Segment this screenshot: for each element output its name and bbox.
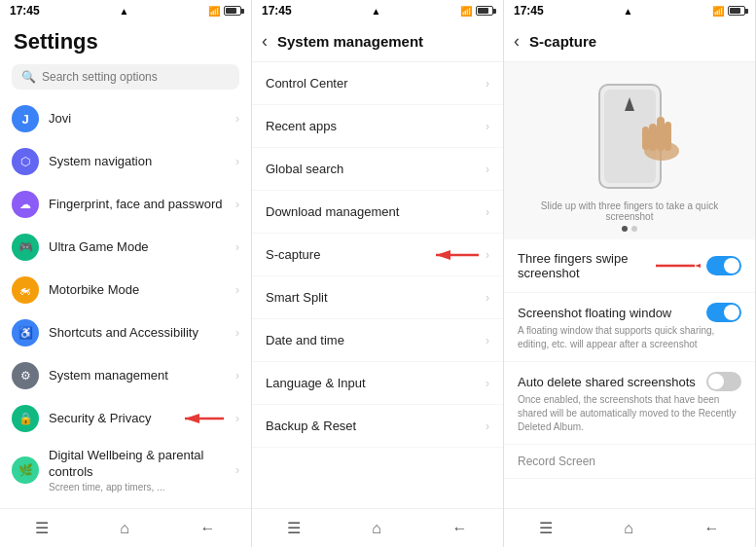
option-auto-delete[interactable]: Auto delete shared screenshots Once enab… — [504, 362, 755, 445]
time-1: 17:45 — [10, 4, 40, 18]
back-nav-btn-2[interactable]: ← — [452, 520, 468, 537]
menu-item-global-search[interactable]: Global search › — [252, 148, 503, 191]
game-chevron: › — [235, 240, 239, 254]
battery-status-icon — [224, 6, 241, 16]
global-search-chevron: › — [486, 163, 489, 176]
download-chevron: › — [486, 205, 489, 219]
system-mgmt-header: ‹ System management — [252, 21, 503, 62]
time-3: 17:45 — [514, 4, 544, 18]
battery-status-icon-3 — [728, 6, 745, 16]
settings-title: Settings — [0, 21, 251, 60]
status-bar-1: 17:45 ▲ 📶 — [0, 0, 251, 21]
date-time-chevron: › — [486, 334, 489, 347]
smart-split-chevron: › — [486, 291, 489, 305]
scapture-header: ‹ S-capture — [504, 21, 755, 62]
motorbike-label: Motorbike Mode — [49, 282, 235, 299]
back-nav-btn-3[interactable]: ← — [704, 520, 720, 537]
menu-item-s-capture[interactable]: S-capture › — [252, 234, 503, 276]
wifi-icon-3: 📶 — [712, 6, 724, 17]
red-arrow-toggle — [652, 255, 701, 276]
settings-item-digital[interactable]: 🌿 Digital Wellbeing & parental controls … — [0, 440, 251, 501]
jovi-label: Jovi — [49, 111, 235, 128]
menu-item-date-time[interactable]: Date and time › — [252, 319, 503, 362]
auto-delete-label: Auto delete shared screenshots — [518, 375, 696, 389]
s-capture-chevron: › — [486, 248, 489, 262]
menu-item-control-center[interactable]: Control Center › — [252, 62, 503, 105]
status-icons-3: 📶 — [712, 6, 745, 17]
three-fingers-label: Three fingers swipe screenshot — [518, 251, 652, 280]
s-capture-label: S-capture — [266, 247, 320, 262]
control-center-label: Control Center — [266, 76, 348, 91]
motorbike-icon: 🏍 — [12, 276, 39, 304]
back-btn-3[interactable]: ‹ — [514, 31, 520, 52]
system-nav-label: System navigation — [49, 154, 235, 170]
auto-delete-desc: Once enabled, the screenshots that have … — [518, 393, 741, 434]
security-chevron: › — [235, 412, 239, 425]
system-mgmt-menu: Control Center › Recent apps › Global se… — [252, 62, 503, 508]
settings-item-motorbike[interactable]: 🏍 Motorbike Mode › — [0, 269, 251, 311]
digital-label: Digital Wellbeing & parental controls — [49, 448, 235, 481]
bottom-nav-1: ☰ ⌂ ← — [0, 508, 251, 547]
menu-item-download[interactable]: Download management › — [252, 191, 503, 234]
option-record-screen[interactable]: Record Screen — [504, 445, 755, 479]
settings-item-ram[interactable]: 💾 RAM and storage space › — [0, 501, 251, 508]
settings-item-game[interactable]: 🎮 Ultra Game Mode › — [0, 226, 251, 269]
option-three-fingers[interactable]: Three fingers swipe screenshot — [504, 239, 755, 293]
menu-btn-2[interactable]: ☰ — [287, 519, 301, 537]
back-btn-2[interactable]: ‹ — [262, 31, 268, 52]
red-arrow-scapture — [430, 241, 484, 269]
upload-icon-3: ▲ — [623, 6, 632, 17]
system-mgmt-title: System management — [277, 33, 423, 50]
security-icon: 🔒 — [12, 405, 39, 432]
three-fingers-toggle[interactable] — [706, 256, 741, 275]
menu-item-language[interactable]: Language & Input › — [252, 362, 503, 405]
settings-panel: 17:45 ▲ 📶 Settings 🔍 J Jovi › ⬡ S — [0, 0, 252, 547]
smart-split-label: Smart Split — [266, 290, 328, 305]
settings-item-jovi[interactable]: J Jovi › — [0, 97, 251, 140]
menu-item-backup[interactable]: Backup & Reset › — [252, 405, 503, 448]
menu-btn-3[interactable]: ☰ — [539, 519, 553, 537]
settings-item-security[interactable]: 🔒 Security & Privacy › — [0, 397, 251, 440]
battery-status-icon-2 — [476, 6, 493, 16]
settings-item-system-mgmt[interactable]: ⚙ System management › — [0, 354, 251, 397]
home-btn-1[interactable]: ⌂ — [120, 520, 129, 537]
date-time-label: Date and time — [266, 333, 344, 347]
language-label: Language & Input — [266, 376, 366, 390]
home-btn-3[interactable]: ⌂ — [624, 520, 633, 537]
upload-icon: ▲ — [119, 6, 128, 17]
search-bar[interactable]: 🔍 — [12, 64, 239, 90]
backup-chevron: › — [486, 419, 489, 433]
status-bar-3: 17:45 ▲ 📶 — [504, 0, 755, 21]
red-arrow-security — [181, 407, 230, 430]
svg-rect-8 — [642, 127, 649, 150]
dot-1 — [622, 226, 628, 232]
menu-item-smart-split[interactable]: Smart Split › — [252, 276, 503, 319]
screenshot-floating-desc: A floating window that supports quick sh… — [518, 324, 741, 351]
auto-delete-toggle[interactable] — [706, 372, 741, 391]
recent-apps-chevron: › — [486, 120, 489, 133]
settings-item-system-nav[interactable]: ⬡ System navigation › — [0, 140, 251, 183]
home-btn-2[interactable]: ⌂ — [372, 520, 381, 537]
svg-rect-7 — [649, 124, 657, 151]
settings-item-fingerprint[interactable]: ☁ Fingerprint, face and password › — [0, 183, 251, 226]
bottom-nav-2: ☰ ⌂ ← — [252, 508, 503, 547]
jovi-chevron: › — [235, 112, 239, 126]
motorbike-chevron: › — [235, 283, 239, 297]
settings-item-shortcuts[interactable]: ♿ Shortcuts and Accessibility › — [0, 311, 251, 354]
hand-swipe-icon — [632, 97, 686, 165]
option-screenshot-floating[interactable]: Screenshot floating window A floating wi… — [504, 293, 755, 362]
back-btn-1[interactable]: ← — [200, 520, 216, 537]
game-icon: 🎮 — [12, 234, 39, 261]
jovi-icon: J — [12, 105, 39, 132]
wifi-icon: 📶 — [208, 6, 220, 17]
shortcuts-icon: ♿ — [12, 319, 39, 346]
screenshot-floating-toggle[interactable] — [706, 303, 741, 322]
menu-item-recent-apps[interactable]: Recent apps › — [252, 105, 503, 148]
shortcuts-chevron: › — [235, 326, 239, 340]
scapture-panel: 17:45 ▲ 📶 ‹ S-capture — [504, 0, 756, 547]
search-input[interactable] — [42, 70, 230, 84]
system-nav-chevron: › — [235, 155, 239, 168]
search-icon: 🔍 — [21, 70, 36, 84]
menu-btn-1[interactable]: ☰ — [35, 519, 49, 537]
status-bar-2: 17:45 ▲ 📶 — [252, 0, 503, 21]
